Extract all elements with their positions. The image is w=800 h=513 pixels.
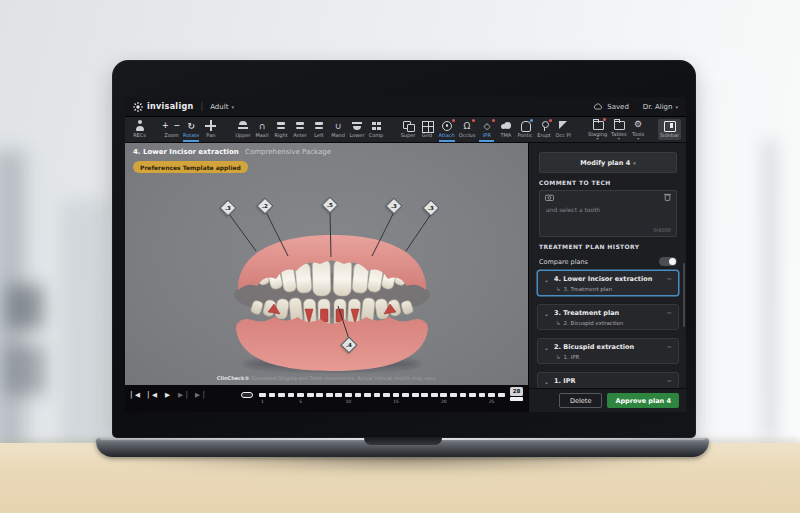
step-back-button[interactable]: ▏◀ — [148, 391, 156, 399]
final-stage-badge[interactable]: 28 — [510, 387, 523, 396]
stage-segment[interactable] — [383, 393, 390, 397]
stage-segment[interactable] — [488, 393, 495, 397]
doctor-name: Dr. Align — [643, 103, 673, 111]
toolbar-item-mand[interactable]: ∪Mand — [329, 117, 348, 142]
current-stage-indicator[interactable] — [241, 392, 253, 398]
staging-icon — [592, 119, 604, 130]
toolbar-item-recs[interactable]: RECs — [130, 117, 149, 142]
stage-tick-label: 20 — [441, 399, 447, 404]
branch-icon: ↳ — [556, 320, 561, 326]
toolbar-item-staging[interactable]: Staging▾ — [586, 117, 609, 142]
toolbar-item-tma[interactable]: TMA — [496, 117, 515, 142]
stage-segment[interactable] — [431, 393, 438, 397]
chevron-down-icon[interactable]: ⌄ — [544, 277, 549, 282]
delete-button[interactable]: Delete — [559, 393, 602, 408]
toolbar-item-label: Anter — [293, 132, 307, 138]
stage-segment[interactable] — [469, 393, 476, 397]
final-stage-segment[interactable] — [510, 397, 523, 401]
toolbar-item-maxil[interactable]: ∩Maxil — [253, 117, 272, 142]
stage-segment[interactable] — [460, 393, 467, 397]
3d-viewport[interactable]: 4. Lower Incisor extraction Comprehensiv… — [125, 143, 528, 385]
toolbar-item-anter[interactable]: Anter — [291, 117, 310, 142]
toolbar-item-upper[interactable]: Upper — [233, 117, 252, 142]
toolbar-item-right[interactable]: Right — [272, 117, 291, 142]
approve-plan-button[interactable]: Approve plan 4 — [607, 393, 679, 408]
toolbar-item-grid[interactable]: Grid — [418, 117, 437, 142]
maxillary-arch-icon: ∩ — [256, 120, 268, 131]
toolbar-item-lower[interactable]: Lower — [348, 117, 367, 142]
lower-view-icon — [351, 120, 363, 131]
camera-icon[interactable] — [545, 194, 554, 201]
stage-segment[interactable] — [288, 393, 295, 397]
plan-history-item[interactable]: ⌄ 2. Bicuspid extraction − ↳ 1. IPR — [537, 338, 679, 364]
right-sidebar: Modify plan 4▾ COMMENT TO TECH 0/4000 — [528, 143, 686, 412]
patient-mode-dropdown[interactable]: Adult — [210, 103, 228, 111]
comment-input[interactable] — [544, 204, 672, 228]
stage-segment[interactable] — [450, 393, 457, 397]
stage-segment[interactable] — [316, 393, 323, 397]
chevron-down-icon: ▾ — [675, 104, 678, 110]
stage-segment[interactable] — [326, 393, 333, 397]
stage-segment[interactable] — [374, 393, 381, 397]
toolbar-item-label: Lower — [350, 132, 365, 138]
stage-segment[interactable] — [307, 393, 314, 397]
doctor-account-dropdown[interactable]: Dr. Align ▾ — [643, 103, 678, 111]
stage-segment[interactable] — [421, 393, 428, 397]
pan-icon — [205, 120, 217, 131]
stage-segment[interactable] — [269, 393, 276, 397]
compare-plans-toggle[interactable] — [659, 257, 677, 266]
stage-segment[interactable] — [345, 393, 352, 397]
stage-segment[interactable] — [364, 393, 371, 397]
notification-dot — [492, 119, 495, 122]
chevron-down-icon[interactable]: ⌄ — [544, 345, 549, 350]
laptop-base — [96, 438, 709, 457]
toolbar-item-left[interactable]: Left — [310, 117, 329, 142]
stage-segment[interactable] — [412, 393, 419, 397]
toolbar-item-attach[interactable]: Attach — [437, 117, 457, 142]
stage-tick-label: 25 — [489, 399, 495, 404]
stage-segment[interactable] — [335, 393, 342, 397]
toolbar-item-comp[interactable]: Comp — [367, 117, 386, 142]
toolbar-item-erupt[interactable]: Erupt — [535, 117, 554, 142]
collapse-icon[interactable]: − — [667, 309, 672, 317]
stage-segment[interactable] — [402, 393, 409, 397]
toolbar-item-occlus[interactable]: ΩOcclus — [457, 117, 478, 142]
notification-dot — [472, 119, 475, 122]
plan-history-item[interactable]: ⌄ 3. Treatment plan − ↳ 2. Bicuspid extr… — [537, 304, 679, 330]
left-view-icon — [313, 120, 325, 131]
stage-segment[interactable] — [259, 393, 266, 397]
toolbar-item-occ-pl[interactable]: Occ Pl — [554, 117, 573, 142]
toolbar-item-super[interactable]: Super — [399, 117, 418, 142]
collapse-icon[interactable]: − — [667, 377, 672, 385]
toolbar-item-pontic[interactable]: Pontic — [515, 117, 534, 142]
stage-segment[interactable] — [278, 393, 285, 397]
play-button[interactable]: ▶ — [165, 391, 169, 399]
stage-timeline: ▏◀▏◀▶▶▕▶▕ 28 1510152025 — [125, 385, 528, 412]
step-forward-button[interactable]: ▶▕ — [178, 391, 186, 399]
stage-segment[interactable] — [355, 393, 362, 397]
toolbar-item-tools[interactable]: ⚙Tools▾ — [629, 117, 648, 142]
chevron-down-icon[interactable]: ⌄ — [544, 311, 549, 316]
modify-plan-button[interactable]: Modify plan 4▾ — [539, 152, 677, 173]
collapse-icon[interactable]: − — [667, 343, 672, 351]
plan-history-item[interactable]: ⌄ 1. IPR − — [537, 372, 679, 389]
stage-segment[interactable] — [297, 393, 304, 397]
scrollbar-thumb[interactable] — [683, 263, 685, 327]
toolbar-item-rotate[interactable]: ↻Rotate — [181, 117, 201, 142]
toolbar-item-pan[interactable]: Pan — [201, 117, 220, 142]
trash-icon[interactable] — [664, 193, 671, 201]
collapse-icon[interactable]: − — [667, 275, 672, 283]
toolbar-item-ipr[interactable]: ◇IPR — [477, 117, 496, 142]
stage-segment[interactable] — [440, 393, 447, 397]
plan-history-item[interactable]: ⌄ 4. Lower Incisor extraction − ↳ 3. Tre… — [537, 270, 679, 296]
skip-to-end-button[interactable]: ▶▕ — [195, 391, 203, 399]
stage-segment[interactable] — [479, 393, 486, 397]
chevron-down-icon[interactable]: ⌄ — [544, 379, 549, 384]
sidebar-footer: Delete Approve plan 4 — [529, 388, 686, 412]
stage-segment[interactable] — [393, 393, 400, 397]
toolbar-item-tables[interactable]: Tables▾ — [609, 117, 629, 142]
stage-segment[interactable] — [498, 393, 505, 397]
skip-to-start-button[interactable]: ▏◀ — [131, 391, 139, 399]
toolbar-item-zoom[interactable]: + −Zoom — [162, 117, 181, 142]
toolbar-item-sidebar[interactable]: Sidebar — [658, 119, 681, 140]
